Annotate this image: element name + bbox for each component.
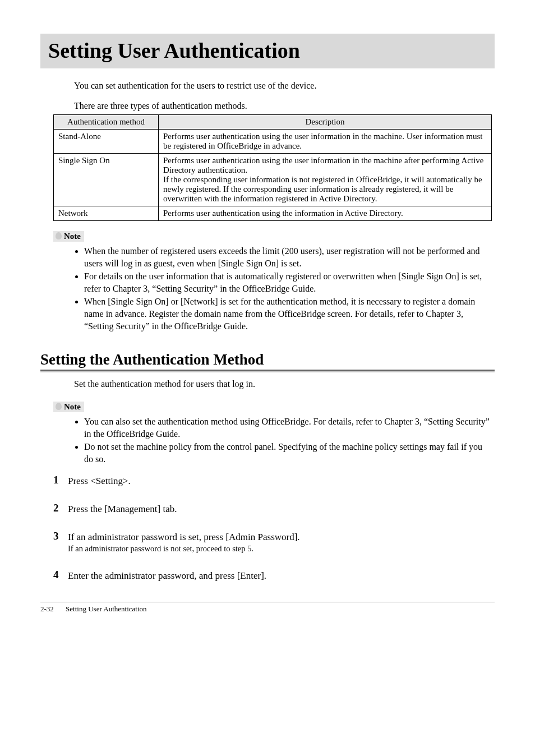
note-label-text: Note xyxy=(64,232,81,241)
note-label: Note xyxy=(53,402,84,412)
step-number: 4 xyxy=(53,569,59,581)
step-note: If an administrator password is not set,… xyxy=(68,544,492,554)
intro-paragraph-1: You can set authentication for the users… xyxy=(74,81,492,91)
table-cell-method: Stand-Alone xyxy=(54,130,159,154)
list-item: When [Single Sign On] or [Network] is se… xyxy=(84,296,492,332)
note-icon xyxy=(56,232,62,239)
list-item: When the number of registered users exce… xyxy=(84,245,492,269)
auth-methods-table: Authentication method Description Stand-… xyxy=(53,114,492,221)
table-cell-description: Performs user authentication using the u… xyxy=(159,154,492,206)
step-body: Press <Setting>. xyxy=(68,476,492,487)
step-body: Enter the administrator password, and pr… xyxy=(68,570,492,582)
step-number: 3 xyxy=(53,530,59,542)
table-header-description: Description xyxy=(159,115,492,130)
steps-list: 1 Press <Setting>. 2 Press the [Manageme… xyxy=(74,476,492,582)
step-item: 2 Press the [Management] tab. xyxy=(53,504,492,515)
table-cell-description: Performs user authentication using the u… xyxy=(159,130,492,154)
page-title: Setting User Authentication xyxy=(48,38,487,63)
table-row: Network Performs user authentication usi… xyxy=(54,206,492,221)
note-label: Note xyxy=(53,231,84,242)
step-body: If an administrator password is set, pre… xyxy=(68,532,492,543)
note-label-text: Note xyxy=(64,402,81,411)
table-cell-description: Performs user authentication using the i… xyxy=(159,206,492,221)
notes-list-1: When the number of registered users exce… xyxy=(74,245,492,332)
step-number: 2 xyxy=(53,502,59,514)
footer-page-number: 2-32 xyxy=(40,605,54,614)
list-item: Do not set the machine policy from the c… xyxy=(84,441,492,465)
list-item: For details on the user information that… xyxy=(84,270,492,294)
table-cell-method: Network xyxy=(54,206,159,221)
table-cell-method: Single Sign On xyxy=(54,154,159,206)
table-row: Stand-Alone Performs user authentication… xyxy=(54,130,492,154)
table-header-method: Authentication method xyxy=(54,115,159,130)
note-icon xyxy=(56,403,62,410)
step-body: Press the [Management] tab. xyxy=(68,504,492,515)
step-number: 1 xyxy=(53,474,59,486)
footer-title: Setting User Authentication xyxy=(66,605,146,613)
section-heading: Setting the Authentication Method xyxy=(40,351,495,371)
intro-paragraph-2: There are three types of authentication … xyxy=(74,101,492,111)
step-item: 1 Press <Setting>. xyxy=(53,476,492,487)
notes-list-2: You can also set the authentication meth… xyxy=(74,416,492,465)
section-lead-text: Set the authentication method for users … xyxy=(74,379,492,389)
table-row: Single Sign On Performs user authenticat… xyxy=(54,154,492,206)
page-footer: 2-32 Setting User Authentication xyxy=(40,602,495,614)
step-item: 3 If an administrator password is set, p… xyxy=(53,532,492,554)
list-item: You can also set the authentication meth… xyxy=(84,416,492,440)
step-item: 4 Enter the administrator password, and … xyxy=(53,570,492,582)
page-title-band: Setting User Authentication xyxy=(40,34,495,68)
